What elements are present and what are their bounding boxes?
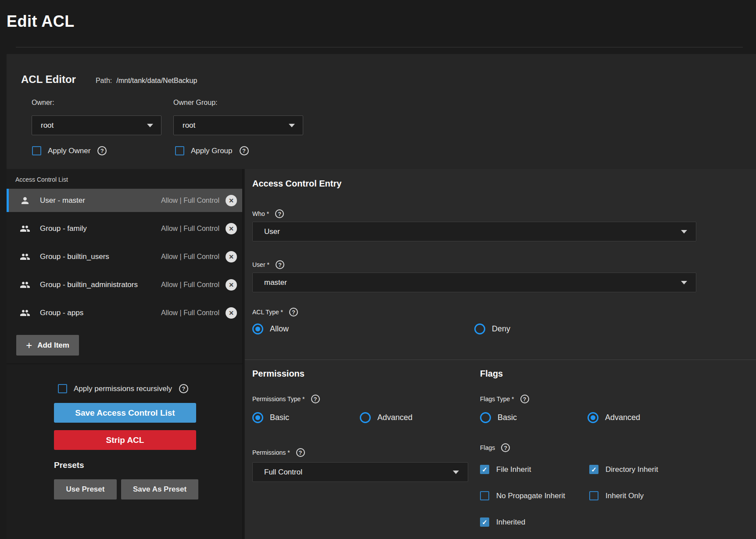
flag-inherited[interactable]: Inherited [480,517,589,527]
acl-list: User - master Allow | Full Control Group… [7,189,242,329]
checkbox-checked-icon [589,465,598,474]
permissions-label: Permissions * [252,449,290,456]
radio-unchecked-icon [474,323,485,334]
flag-label: Inherited [496,518,525,527]
path-value: /mnt/tank/data/NetBackup [116,77,197,85]
group-icon [20,308,30,318]
use-preset-button[interactable]: Use Preset [54,479,117,499]
remove-entry-icon[interactable] [226,307,237,319]
acl-type-allow-radio[interactable]: Allow [252,323,474,334]
permissions-basic-radio[interactable]: Basic [252,412,360,423]
apply-owner-label: Apply Owner [48,147,90,155]
radio-label: Advanced [605,413,640,422]
user-select-value: master [264,278,681,287]
who-select[interactable]: User [252,222,696,241]
acl-editor-header: ACL Editor Path: /mnt/tank/data/NetBacku… [21,73,197,86]
save-acl-button[interactable]: Save Access Control List [54,403,196,423]
radio-unchecked-icon [480,412,491,423]
flag-label: Directory Inherit [606,465,658,474]
save-as-preset-button[interactable]: Save As Preset [121,479,198,499]
user-label-row: User * [252,260,284,269]
acl-editor-title: ACL Editor [21,73,76,86]
list-divider [7,363,244,364]
flags-advanced-radio[interactable]: Advanced [588,412,640,423]
help-icon[interactable] [311,395,320,403]
flag-directory-inherit[interactable]: Directory Inherit [589,465,699,474]
who-select-value: User [264,227,681,236]
permissions-type-label: Permissions Type * [252,395,305,402]
strip-acl-button[interactable]: Strip ACL [54,430,196,450]
add-item-button[interactable]: Add Item [16,335,79,356]
flags-row: Inherited [480,517,750,527]
flag-no-propagate-inherit[interactable]: No Propagate Inherit [480,491,589,500]
acl-item-label: User - master [40,196,161,205]
help-icon[interactable] [296,448,305,457]
help-icon[interactable] [275,209,284,218]
flag-inherit-only[interactable]: Inherit Only [589,491,699,500]
acl-item-label: Group - builtin_administrators [40,280,161,289]
checkbox-checked-icon [480,465,489,474]
flag-file-inherit[interactable]: File Inherit [480,465,589,474]
radio-checked-icon [588,412,598,423]
path-label: Path: [96,77,112,85]
owner-group-select[interactable]: root [173,115,303,135]
acl-list-item[interactable]: Group - builtin_users Allow | Full Contr… [7,245,242,268]
remove-entry-icon[interactable] [226,223,237,234]
who-label: Who * [252,210,269,217]
checkbox-unchecked-icon [589,491,598,500]
section-divider [245,359,756,360]
permissions-select[interactable]: Full Control [252,462,468,482]
flags-row: No Propagate Inherit Inherit Only [480,491,750,500]
owner-select[interactable]: root [32,115,161,135]
radio-label: Advanced [377,413,412,422]
apply-group-row: Apply Group [175,146,249,155]
acl-list-item[interactable]: Group - apps Allow | Full Control [7,301,242,324]
acl-type-deny-radio[interactable]: Deny [474,323,510,334]
acl-list-item[interactable]: Group - family Allow | Full Control [7,217,242,240]
help-icon[interactable] [501,443,510,452]
flags-section: Flags Flags Type * Basic Advanced Flags … [480,367,750,527]
acl-list-item[interactable]: Group - builtin_administrators Allow | F… [7,273,242,296]
flags-label-row: Flags [480,443,750,452]
acl-list-item[interactable]: User - master Allow | Full Control [7,189,242,212]
help-icon[interactable] [276,260,284,269]
owner-group-select-value: root [183,121,289,130]
remove-entry-icon[interactable] [226,279,237,291]
help-icon[interactable] [179,384,188,393]
group-icon [20,280,30,290]
apply-recursive-checkbox[interactable] [58,384,67,393]
help-icon[interactable] [520,395,529,403]
acl-item-meta: Allow | Full Control [161,225,219,233]
help-icon[interactable] [240,146,249,155]
presets-row: Use Preset Save As Preset [54,479,198,499]
acl-type-label: ACL Type * [252,309,283,316]
permissions-advanced-radio[interactable]: Advanced [360,412,412,423]
chevron-down-icon [681,281,687,284]
group-icon [20,252,30,262]
chevron-down-icon [453,471,459,474]
plus-icon [26,340,32,351]
acl-item-meta: Allow | Full Control [161,253,219,261]
apply-group-checkbox[interactable] [175,146,184,155]
access-control-entry-panel: Access Control Entry Who * User User * m… [245,169,756,539]
flags-row: File Inherit Directory Inherit [480,465,750,474]
help-icon[interactable] [289,308,298,316]
radio-label: Basic [270,413,289,422]
help-icon[interactable] [97,146,107,155]
radio-unchecked-icon [360,412,371,423]
flags-label: Flags [480,444,495,451]
user-select[interactable]: master [252,273,696,292]
presets-title: Presets [54,460,84,470]
permissions-label-row: Permissions * [252,448,472,457]
apply-recursive-label: Apply permissions recursively [74,384,172,393]
permissions-type-radio-group: Basic Advanced [252,412,472,423]
flags-basic-radio[interactable]: Basic [480,412,588,423]
remove-entry-icon[interactable] [226,195,237,206]
flag-label: File Inherit [496,465,531,474]
acl-editor-card: ACL Editor Path: /mnt/tank/data/NetBacku… [7,54,756,169]
acl-type-label-row: ACL Type * [252,308,298,316]
remove-entry-icon[interactable] [226,251,237,262]
checkbox-unchecked-icon [480,491,489,500]
apply-owner-checkbox[interactable] [32,146,41,155]
radio-checked-icon [252,323,263,334]
